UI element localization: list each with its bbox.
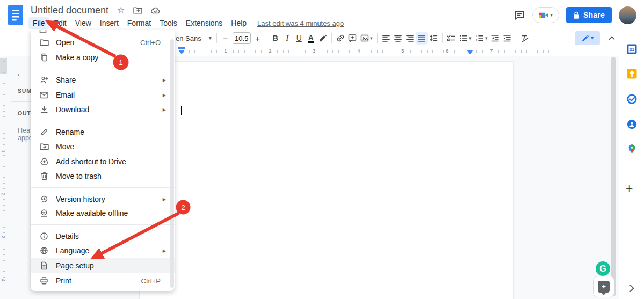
italic-button[interactable]: I xyxy=(281,32,293,45)
account-avatar[interactable] xyxy=(619,6,636,24)
menu-item-new-partial[interactable] xyxy=(39,30,47,34)
menu-item-language[interactable]: Language ▶ xyxy=(31,243,175,258)
justify-button[interactable] xyxy=(416,32,428,45)
clear-formatting-button[interactable] xyxy=(519,32,531,45)
menu-item-rename[interactable]: Rename xyxy=(31,125,175,140)
collapse-toolbar-button[interactable] xyxy=(606,32,618,45)
folder-icon xyxy=(39,38,49,47)
align-left-button[interactable] xyxy=(380,32,392,45)
align-center-button[interactable] xyxy=(392,32,404,45)
move-folder-icon[interactable] xyxy=(133,6,142,14)
svg-text:2: 2 xyxy=(476,39,478,42)
editing-mode-button[interactable]: ▾ xyxy=(575,31,600,45)
copy-icon xyxy=(39,53,49,62)
menu-item-make-a-copy[interactable]: Make a copy xyxy=(31,50,175,65)
insert-link-button[interactable] xyxy=(335,32,346,45)
decrease-font-size-button[interactable]: − xyxy=(220,32,231,45)
bold-button[interactable]: B xyxy=(270,32,281,45)
last-edit-link[interactable]: Last edit was 4 minutes ago xyxy=(257,19,344,27)
align-right-button[interactable] xyxy=(404,32,416,45)
submenu-arrow-icon: ▶ xyxy=(163,93,166,98)
increase-font-size-button[interactable]: + xyxy=(252,32,264,45)
document-page[interactable] xyxy=(139,61,514,299)
menu-tools[interactable]: Tools xyxy=(155,17,182,29)
insert-image-button[interactable]: ▾ xyxy=(358,32,374,45)
file-menu: Open Ctrl+O Make a copy Share ▶ Email xyxy=(31,30,175,291)
menu-item-move[interactable]: Move xyxy=(31,139,175,154)
toolbar: en Sans ▾ − 10.5 + B I U A ▾ xyxy=(176,30,618,46)
text-color-button[interactable]: A xyxy=(305,32,317,45)
google-tasks-icon[interactable] xyxy=(627,94,637,104)
google-calendar-icon[interactable]: 31 xyxy=(627,44,637,54)
ruler-number: 5 xyxy=(399,48,407,54)
menu-item-version-history[interactable]: Version history ▶ xyxy=(31,192,175,207)
get-add-ons-button[interactable]: + xyxy=(626,183,633,195)
header-right: ▾ Share xyxy=(513,0,636,30)
numbered-list-button[interactable]: 12 ▾ xyxy=(473,32,489,45)
add-comment-button[interactable] xyxy=(346,32,358,45)
rail-divider xyxy=(625,163,639,163)
submenu-arrow-icon: ▶ xyxy=(163,78,166,83)
cloud-saved-icon[interactable] xyxy=(151,6,161,14)
google-docs-app: Untitled document ☆ File Edit View Inser… xyxy=(0,0,644,299)
menu-item-add-shortcut-to-drive[interactable]: Add shortcut to Drive xyxy=(31,154,175,169)
menu-extensions[interactable]: Extensions xyxy=(182,17,227,29)
star-icon[interactable]: ☆ xyxy=(117,6,125,14)
decrease-indent-button[interactable] xyxy=(489,32,501,45)
ruler-number: 2 xyxy=(1,192,6,197)
menu-item-open[interactable]: Open Ctrl+O xyxy=(31,35,175,50)
menu-item-details[interactable]: Details xyxy=(31,229,175,244)
ruler-number: 4 xyxy=(1,278,6,283)
ruler-number: 1 xyxy=(222,48,229,54)
menu-edit[interactable]: Edit xyxy=(49,17,71,29)
meet-call-button[interactable]: ▾ xyxy=(532,7,559,23)
font-size-value[interactable]: 10.5 xyxy=(233,32,251,44)
highlight-color-button[interactable] xyxy=(317,32,329,45)
google-docs-logo[interactable] xyxy=(8,5,23,25)
editing-mode-caret-icon: ▾ xyxy=(591,35,594,41)
grammarly-button[interactable]: G xyxy=(596,261,610,276)
offline-check-icon xyxy=(39,208,49,218)
menu-scrollbar[interactable] xyxy=(170,39,174,288)
ruler-number: 4 xyxy=(355,48,363,54)
left-indent-marker[interactable] xyxy=(178,50,185,54)
underline-button[interactable]: U xyxy=(293,32,305,45)
first-line-indent-marker[interactable] xyxy=(178,47,185,49)
side-panel-rail: 31 + xyxy=(619,30,644,299)
hide-side-panel-button[interactable] xyxy=(626,282,638,294)
printer-icon xyxy=(39,276,49,286)
menu-item-page-setup[interactable]: Page setup xyxy=(31,258,175,273)
text-cursor xyxy=(181,106,182,115)
numbered-list-caret-icon: ▾ xyxy=(485,35,488,41)
bulleted-list-button[interactable]: ▾ xyxy=(457,32,473,45)
font-family-selector[interactable]: en Sans ▾ xyxy=(176,34,212,42)
header: Untitled document ☆ File Edit View Inser… xyxy=(0,0,644,30)
share-button[interactable]: Share xyxy=(566,7,612,23)
menu-item-email[interactable]: Email ▶ xyxy=(31,87,175,103)
checklist-button[interactable] xyxy=(445,32,457,45)
google-keep-icon[interactable] xyxy=(627,69,637,79)
google-contacts-icon[interactable] xyxy=(627,119,637,129)
increase-indent-button[interactable] xyxy=(501,32,513,45)
google-maps-icon[interactable] xyxy=(627,144,637,154)
menu-item-move-to-trash[interactable]: Move to trash xyxy=(31,169,175,184)
close-outline-panel-button[interactable]: ← xyxy=(16,68,26,79)
outline-hint-line1: Hea xyxy=(18,127,30,134)
right-indent-marker[interactable] xyxy=(467,50,473,54)
menu-item-download[interactable]: Download ▶ xyxy=(31,102,175,117)
document-title[interactable]: Untitled document xyxy=(31,5,108,16)
menu-format[interactable]: Format xyxy=(123,17,155,29)
menu-item-share[interactable]: Share ▶ xyxy=(31,72,175,87)
menu-insert[interactable]: Insert xyxy=(96,17,123,29)
menu-item-print[interactable]: Print Ctrl+P xyxy=(31,273,175,288)
summary-label: SUM xyxy=(18,87,32,94)
menu-file[interactable]: File xyxy=(28,17,49,29)
comment-history-icon[interactable] xyxy=(513,10,525,21)
menu-help[interactable]: Help xyxy=(227,17,251,29)
line-spacing-button[interactable] xyxy=(428,32,439,45)
menu-item-make-available-offline[interactable]: Make available offline xyxy=(31,206,175,221)
menu-view[interactable]: View xyxy=(71,17,96,29)
explore-button[interactable]: ✦ xyxy=(593,276,614,297)
ruler-number: 1 xyxy=(1,149,6,154)
document-scrollbar[interactable] xyxy=(611,57,616,296)
